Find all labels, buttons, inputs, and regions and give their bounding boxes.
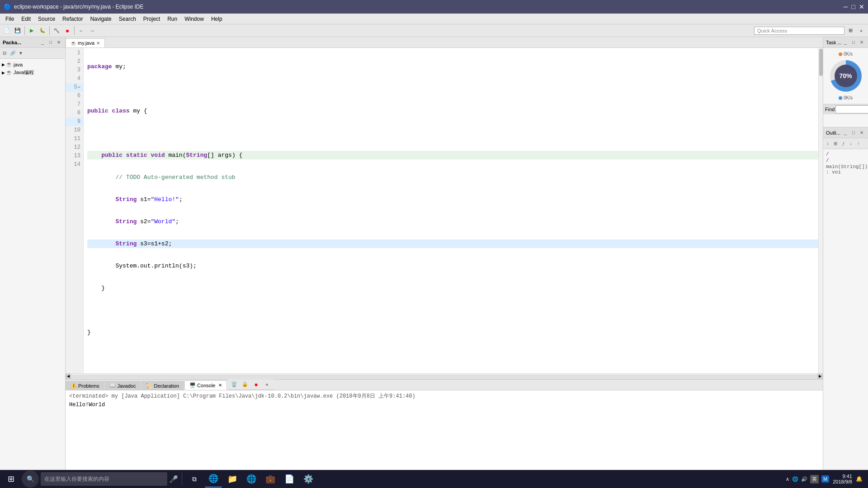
menu-refactor[interactable]: Refactor: [59, 15, 86, 23]
outline-item-slash2[interactable]: /: [825, 157, 866, 164]
menu-project[interactable]: Project: [140, 15, 164, 23]
start-button[interactable]: ⊞: [2, 470, 20, 488]
taskbar-app-btn[interactable]: 💼: [262, 470, 279, 488]
editor-area: ☕ my.java ✕ 1 2 3 4 5⇒ 6 7 8: [66, 37, 823, 379]
line-num-6: 6: [66, 92, 83, 100]
menu-navigate[interactable]: Navigate: [86, 15, 115, 23]
scroll-right-btn[interactable]: ▶: [817, 374, 823, 379]
editor-tab-my-java[interactable]: ☕ my.java ✕: [66, 38, 105, 47]
menu-source[interactable]: Source: [34, 15, 59, 23]
taskbar-search-input[interactable]: [41, 472, 167, 486]
scrollbar-thumb[interactable]: [819, 49, 823, 76]
outline-expand-btn[interactable]: ↓: [847, 140, 854, 147]
tab-console[interactable]: 🖥️ Console ✕: [184, 380, 227, 390]
close-panel-btn[interactable]: ✕: [55, 39, 62, 46]
minimize-panel-btn[interactable]: _: [39, 39, 46, 46]
find-input[interactable]: [835, 105, 868, 113]
open-perspective-btn[interactable]: +: [856, 26, 866, 36]
taskbar-task-view-btn[interactable]: ⧉: [186, 470, 203, 488]
quick-access-box[interactable]: Quick Access: [754, 27, 844, 35]
scroll-lock-btn[interactable]: 🔒: [240, 380, 250, 389]
maximize-btn[interactable]: □: [852, 3, 855, 10]
package-explorer-title: Packa...: [3, 40, 21, 45]
console-close-btn[interactable]: ✕: [218, 383, 222, 388]
progress-percent: 70%: [835, 65, 857, 87]
editor-hscrollbar[interactable]: ◀ ▶: [66, 373, 823, 379]
clear-console-btn[interactable]: 🗑️: [229, 380, 239, 389]
terminate-btn[interactable]: ■: [251, 380, 261, 389]
download-dot: [839, 96, 842, 100]
outline-panel-controls: _ □ ✕: [842, 129, 865, 136]
back-btn[interactable]: ←: [76, 26, 86, 36]
right-panel: Task ... _ □ ✕ 0K/s 70%: [823, 37, 868, 477]
collapse-all-btn[interactable]: ⊟: [1, 50, 8, 57]
code-line-9: String s3=s1+s2;: [87, 239, 818, 248]
maximize-panel-btn[interactable]: □: [47, 39, 54, 46]
new-console-btn[interactable]: +: [262, 380, 272, 389]
taskbar-eclipse-btn[interactable]: 🌐: [205, 470, 222, 488]
outline-hide-fields-btn[interactable]: 𝑓: [840, 140, 847, 147]
declaration-icon: 📜: [146, 383, 152, 389]
outline-minimize-btn[interactable]: _: [842, 129, 849, 136]
task-maximize-btn[interactable]: □: [850, 39, 857, 46]
code-line-14: [87, 350, 818, 359]
outline-maximize-btn[interactable]: □: [850, 129, 857, 136]
link-editor-btn[interactable]: 🔗: [9, 50, 16, 57]
outline-close-btn[interactable]: ✕: [858, 129, 865, 136]
outline-sort-btn[interactable]: ↕: [824, 140, 831, 147]
line-num-8: 8: [66, 109, 83, 117]
menu-window[interactable]: Window: [181, 15, 208, 23]
minimize-btn[interactable]: ─: [844, 3, 848, 10]
outline-collapse-btn[interactable]: ↑: [855, 140, 862, 147]
tab-problems[interactable]: ⚠️ Problems: [66, 381, 104, 390]
clock[interactable]: 9:41 2018/9/8: [833, 474, 852, 484]
taskbar-ie-btn[interactable]: 🌐: [243, 470, 260, 488]
editor-center: ☕ my.java ✕ 1 2 3 4 5⇒ 6 7 8: [66, 37, 823, 477]
notification-btn[interactable]: 🔔: [856, 476, 863, 482]
outline-title: Outli...: [826, 130, 840, 136]
taskbar-word-btn[interactable]: 📄: [281, 470, 298, 488]
menu-help[interactable]: Help: [208, 15, 226, 23]
line-num-7: 7: [66, 100, 83, 109]
new-file-btn[interactable]: 📄: [2, 26, 12, 36]
mic-icon[interactable]: 🎤: [169, 475, 178, 483]
scroll-left-btn[interactable]: ◀: [66, 374, 71, 379]
outline-item-main[interactable]: main(String[]) : voi: [825, 164, 866, 175]
stop-btn[interactable]: ■: [62, 26, 72, 36]
find-bar: Find ▶ All A: [823, 104, 868, 114]
save-btn[interactable]: 💾: [13, 26, 23, 36]
tab-declaration[interactable]: 📜 Declaration: [141, 381, 184, 390]
taskbar-explorer-btn[interactable]: 📁: [224, 470, 241, 488]
task-close-btn[interactable]: ✕: [858, 39, 865, 46]
menu-file[interactable]: File: [2, 15, 18, 23]
forward-btn[interactable]: →: [87, 26, 97, 36]
task-panel: Task ... _ □ ✕ 0K/s 70%: [823, 37, 868, 127]
menu-run[interactable]: Run: [164, 15, 181, 23]
code-content[interactable]: package my; public class my { public sta…: [84, 48, 818, 373]
editor-scrollbar[interactable]: [818, 48, 823, 373]
task-rate-download: 0K/s: [839, 95, 853, 100]
tree-item-java-programming[interactable]: ▶ ☕ Java编程: [0, 68, 65, 77]
tab-close-btn[interactable]: ✕: [96, 41, 100, 46]
show-hidden-btn[interactable]: ∧: [786, 476, 789, 482]
debug-btn[interactable]: 🐛: [38, 26, 47, 36]
tree-item-java[interactable]: ▶ ☕ java: [0, 61, 65, 68]
outline-item-slash1[interactable]: /: [825, 151, 866, 157]
menu-edit[interactable]: Edit: [18, 15, 34, 23]
chevron-icon-2: ▶: [2, 70, 5, 75]
close-btn[interactable]: ✕: [859, 3, 864, 10]
outline-filter-btn[interactable]: ⊞: [832, 140, 839, 147]
perspective-btn[interactable]: ⊞: [845, 26, 855, 36]
code-area: 1 2 3 4 5⇒ 6 7 8 9 10 11 12 13 14: [66, 48, 823, 373]
code-line-1: package my;: [87, 62, 818, 71]
tab-javadoc[interactable]: 📖 Javadoc: [104, 381, 141, 390]
build-btn[interactable]: 🔨: [52, 26, 61, 36]
outline-header: Outli... _ □ ✕: [823, 127, 868, 138]
run-btn[interactable]: ▶: [27, 26, 37, 36]
view-menu-btn[interactable]: ▼: [17, 50, 24, 57]
taskbar-settings-btn[interactable]: ⚙️: [300, 470, 317, 488]
progress-donut: 70%: [830, 60, 862, 92]
search-button[interactable]: 🔍: [22, 470, 39, 488]
task-minimize-btn[interactable]: _: [842, 39, 849, 46]
menu-search[interactable]: Search: [115, 15, 140, 23]
